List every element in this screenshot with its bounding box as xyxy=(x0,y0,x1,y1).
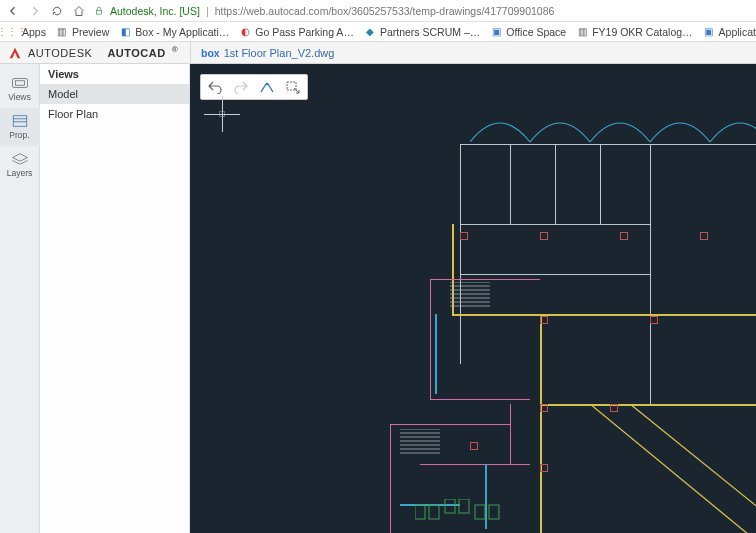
lock-icon xyxy=(94,6,104,16)
svg-rect-28 xyxy=(475,505,485,519)
svg-point-6 xyxy=(266,83,268,85)
svg-rect-24 xyxy=(415,505,425,519)
apps-icon: ⋮⋮⋮ xyxy=(6,26,18,38)
reload-icon[interactable] xyxy=(50,4,64,18)
file-tab[interactable]: box 1st Floor Plan_V2.dwg xyxy=(190,42,344,64)
side-item-model[interactable]: Model xyxy=(40,84,189,104)
rail-views[interactable]: Views xyxy=(0,70,40,108)
bookmark-apps[interactable]: ⋮⋮⋮Apps xyxy=(6,26,46,38)
drawing-canvas[interactable] xyxy=(190,64,756,533)
file-name: 1st Floor Plan_V2.dwg xyxy=(224,47,335,59)
bookmark-gopass[interactable]: ◐Go Pass Parking A… xyxy=(239,26,354,38)
svg-rect-3 xyxy=(13,116,27,127)
folder-icon: ▥ xyxy=(576,26,588,38)
bookmark-partners[interactable]: ◆Partners SCRUM –… xyxy=(364,26,480,38)
browser-toolbar: Autodesk, Inc. [US] | https://web.autoca… xyxy=(0,0,756,22)
snap-icon[interactable] xyxy=(259,79,275,95)
back-icon[interactable] xyxy=(6,4,20,18)
svg-rect-27 xyxy=(459,499,469,513)
svg-line-8 xyxy=(590,404,756,533)
svg-rect-2 xyxy=(15,81,24,86)
bookmarks-bar: ⋮⋮⋮Apps ▥Preview ◧Box - My Applicati… ◐G… xyxy=(0,22,756,42)
svg-line-9 xyxy=(630,404,756,509)
bookmark-preview[interactable]: ▥Preview xyxy=(56,26,109,38)
autocad-logo-icon xyxy=(8,46,22,60)
main-area: Views Prop. Layers Views Model Floor Pla… xyxy=(0,64,756,533)
floorplan-geometry xyxy=(390,104,756,533)
file-source: box xyxy=(201,47,220,59)
diamond-icon: ◆ xyxy=(364,26,376,38)
bookmark-appeng[interactable]: ▣Application Engag… xyxy=(703,26,756,38)
forward-icon[interactable] xyxy=(28,4,42,18)
side-panel: Views Model Floor Plan xyxy=(40,64,190,533)
home-icon[interactable] xyxy=(72,4,86,18)
rail-prop[interactable]: Prop. xyxy=(0,108,40,146)
redo-icon[interactable] xyxy=(233,79,249,95)
circle-icon: ◐ xyxy=(239,26,251,38)
url-security-label: Autodesk, Inc. [US] xyxy=(110,5,200,17)
app-header: AUTODESK AUTOCAD ® box 1st Floor Plan_V2… xyxy=(0,42,756,64)
bookmark-okr[interactable]: ▥FY19 OKR Catalog… xyxy=(576,26,692,38)
folder-icon: ▥ xyxy=(56,26,68,38)
svg-rect-26 xyxy=(445,499,455,513)
svg-rect-29 xyxy=(489,505,499,519)
brand: AUTODESK AUTOCAD ® xyxy=(0,46,190,60)
square-icon: ▣ xyxy=(490,26,502,38)
square-icon: ▣ xyxy=(703,26,715,38)
undo-icon[interactable] xyxy=(207,79,223,95)
svg-rect-1 xyxy=(12,79,27,88)
canvas-toolbar xyxy=(200,74,308,100)
rail-layers[interactable]: Layers xyxy=(0,146,40,184)
svg-rect-0 xyxy=(97,10,102,14)
box-icon: ◧ xyxy=(119,26,131,38)
side-item-floorplan[interactable]: Floor Plan xyxy=(40,104,189,124)
svg-rect-25 xyxy=(429,505,439,519)
address-bar[interactable]: Autodesk, Inc. [US] | https://web.autoca… xyxy=(94,5,750,17)
bookmark-box[interactable]: ◧Box - My Applicati… xyxy=(119,26,229,38)
select-window-icon[interactable] xyxy=(285,79,301,95)
side-rail: Views Prop. Layers xyxy=(0,64,40,533)
url-text: https://web.autocad.com/box/3605257533/t… xyxy=(215,5,555,17)
side-panel-title: Views xyxy=(40,64,189,84)
bookmark-office[interactable]: ▣Office Space xyxy=(490,26,566,38)
